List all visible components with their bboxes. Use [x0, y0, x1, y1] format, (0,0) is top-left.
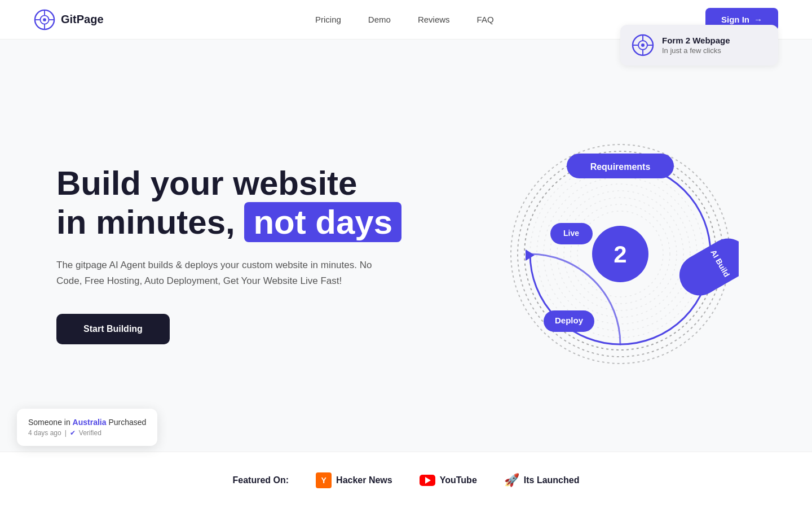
start-building-button[interactable]: Start Building	[56, 314, 170, 344]
logo-icon	[34, 9, 55, 30]
hero-content: Build your website in minutes, not days …	[56, 164, 401, 344]
featured-label: Featured On:	[233, 475, 289, 485]
toast-location: Australia	[73, 418, 107, 427]
rocket-icon: 🚀	[504, 473, 519, 488]
svg-text:2: 2	[614, 241, 626, 268]
featured-itslaunched[interactable]: 🚀 Its Launched	[504, 473, 580, 488]
toast-time: 4 days ago	[28, 429, 61, 437]
toast-prefix: Someone in	[28, 418, 70, 427]
hackernews-label: Hacker News	[336, 475, 392, 485]
hero-title: Build your website in minutes, not days	[56, 164, 401, 242]
featured-hackernews[interactable]: Y Hacker News	[316, 472, 392, 488]
nav-demo[interactable]: Demo	[368, 15, 391, 24]
hero-section: Build your website in minutes, not days …	[0, 40, 812, 452]
logo[interactable]: GitPage	[34, 9, 104, 30]
tooltip-title: Form 2 Webpage	[662, 36, 730, 45]
verified-icon: ✔	[70, 429, 76, 437]
svg-point-2	[43, 18, 46, 21]
hackernews-icon: Y	[316, 472, 332, 488]
nav-pricing[interactable]: Pricing	[315, 15, 341, 24]
svg-rect-31	[672, 231, 739, 303]
toast-verified: Verified	[79, 429, 102, 437]
toast-message: Someone in Australia Purchased	[28, 418, 146, 427]
svg-point-9	[641, 43, 645, 47]
arrow-icon: →	[754, 15, 762, 24]
nav-links: Pricing Demo Reviews FAQ	[315, 15, 494, 25]
logo-text: GitPage	[61, 13, 104, 26]
tooltip-text: Form 2 Webpage In just a few clicks	[662, 36, 730, 55]
hero-title-highlight: not days	[244, 202, 401, 242]
youtube-icon	[420, 475, 435, 486]
nav-reviews[interactable]: Reviews	[418, 15, 450, 24]
hero-title-line1: Build your website	[56, 164, 357, 202]
itslaunched-label: Its Launched	[524, 475, 580, 485]
featured-section: Featured On: Y Hacker News YouTube 🚀 Its…	[0, 452, 812, 508]
toast-action: Purchased	[108, 418, 146, 427]
svg-text:Deploy: Deploy	[555, 316, 584, 325]
featured-youtube[interactable]: YouTube	[420, 475, 477, 486]
hero-diagram: 2 Requirements Deploy AI Build Live	[485, 119, 756, 389]
svg-text:Requirements: Requirements	[590, 162, 651, 172]
youtube-label: YouTube	[440, 475, 477, 485]
youtube-play-icon	[425, 477, 431, 484]
spiral-diagram: 2 Requirements Deploy AI Build Live	[502, 135, 739, 373]
tooltip-logo-icon	[632, 34, 654, 56]
nav-faq[interactable]: FAQ	[477, 15, 494, 24]
toast-meta: 4 days ago | ✔ Verified	[28, 429, 146, 437]
svg-text:Live: Live	[563, 229, 579, 238]
hero-title-line2-plain: in minutes,	[56, 203, 235, 241]
tooltip-card: Form 2 Webpage In just a few clicks	[620, 25, 778, 65]
purchase-toast: Someone in Australia Purchased 4 days ag…	[17, 409, 157, 446]
tooltip-subtitle: In just a few clicks	[662, 46, 730, 55]
hero-description: The gitpage AI Agent builds & deploys yo…	[56, 257, 372, 289]
